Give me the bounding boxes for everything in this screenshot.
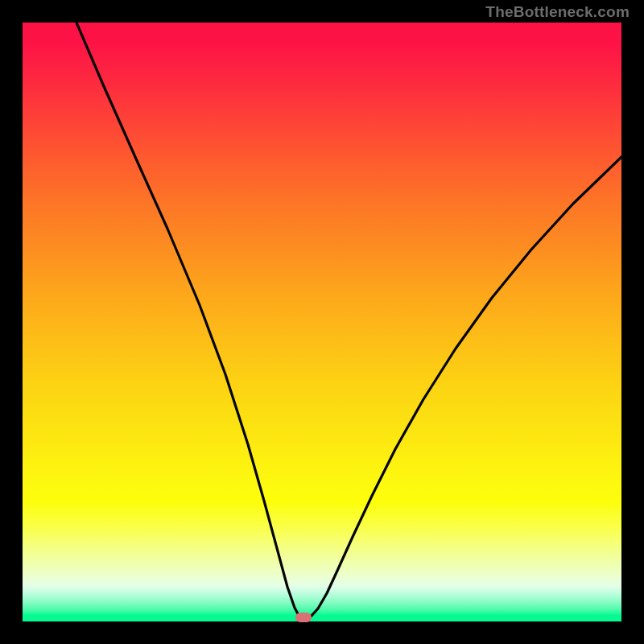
bottleneck-curve xyxy=(23,23,621,621)
chart-frame: TheBottleneck.com xyxy=(0,0,644,644)
plot-area xyxy=(23,23,621,621)
watermark-text: TheBottleneck.com xyxy=(485,3,630,21)
minimum-marker xyxy=(295,613,312,622)
